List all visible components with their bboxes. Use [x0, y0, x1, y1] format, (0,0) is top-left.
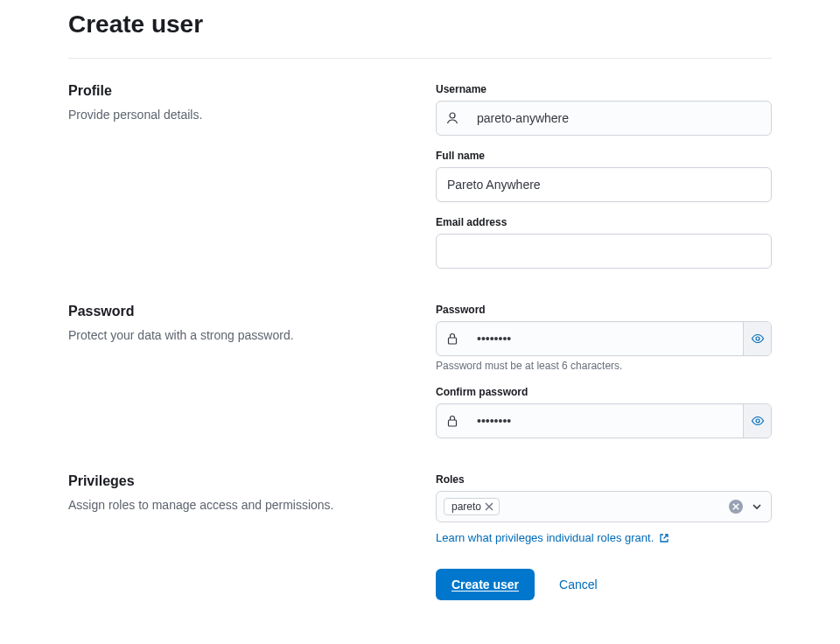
fullname-field[interactable] [437, 168, 771, 201]
section-profile: Profile Provide personal details. Userna… [68, 83, 772, 269]
roles-dropdown-toggle[interactable] [748, 501, 766, 512]
section-desc-profile: Provide personal details. [68, 106, 415, 124]
chevron-down-icon [752, 501, 762, 512]
external-link-icon [659, 533, 669, 543]
section-desc-privileges: Assign roles to manage access and permis… [68, 496, 415, 514]
svg-point-0 [450, 113, 455, 118]
role-chip: pareto [444, 498, 500, 515]
roles-combobox[interactable]: pareto [436, 491, 772, 522]
password-input-wrap [436, 321, 772, 356]
lock-icon [437, 404, 468, 438]
show-confirm-password-button[interactable] [743, 404, 771, 438]
close-icon [485, 502, 494, 511]
svg-rect-3 [449, 420, 457, 426]
confirm-password-field[interactable] [468, 404, 743, 438]
section-title-privileges: Privileges [68, 473, 415, 489]
label-confirm-password: Confirm password [436, 386, 772, 398]
lock-icon [437, 322, 468, 355]
remove-role-button[interactable] [485, 502, 494, 511]
svg-point-2 [756, 337, 760, 340]
label-fullname: Full name [436, 150, 772, 162]
password-field[interactable] [468, 322, 743, 355]
username-input-wrap [436, 101, 772, 136]
label-roles: Roles [436, 473, 772, 486]
user-icon [437, 102, 468, 135]
svg-rect-1 [449, 338, 457, 344]
section-desc-password: Protect your data with a strong password… [68, 326, 415, 345]
label-username: Username [436, 83, 772, 95]
show-password-button[interactable] [743, 322, 771, 355]
fullname-input-wrap [436, 167, 772, 202]
create-user-button[interactable]: Create user [436, 569, 535, 600]
password-help-text: Password must be at least 6 characters. [436, 360, 772, 372]
label-password: Password [436, 304, 772, 316]
close-icon [732, 503, 739, 510]
page-title: Create user [68, 10, 772, 58]
roles-privileges-link[interactable]: Learn what privileges individual roles g… [436, 531, 654, 544]
email-input-wrap [436, 234, 772, 269]
divider [68, 58, 772, 59]
eye-icon [751, 332, 765, 346]
email-field[interactable] [437, 234, 771, 268]
section-title-password: Password [68, 304, 415, 319]
role-chip-label: pareto [452, 500, 481, 513]
svg-point-4 [756, 419, 760, 423]
cancel-button[interactable]: Cancel [556, 570, 601, 598]
confirm-password-input-wrap [436, 403, 772, 438]
clear-roles-button[interactable] [729, 500, 743, 514]
section-password: Password Protect your data with a strong… [68, 304, 772, 438]
label-email: Email address [436, 216, 772, 228]
username-field[interactable] [468, 102, 771, 135]
section-privileges: Privileges Assign roles to manage access… [68, 473, 772, 600]
section-title-profile: Profile [68, 83, 415, 99]
eye-icon [751, 414, 765, 428]
